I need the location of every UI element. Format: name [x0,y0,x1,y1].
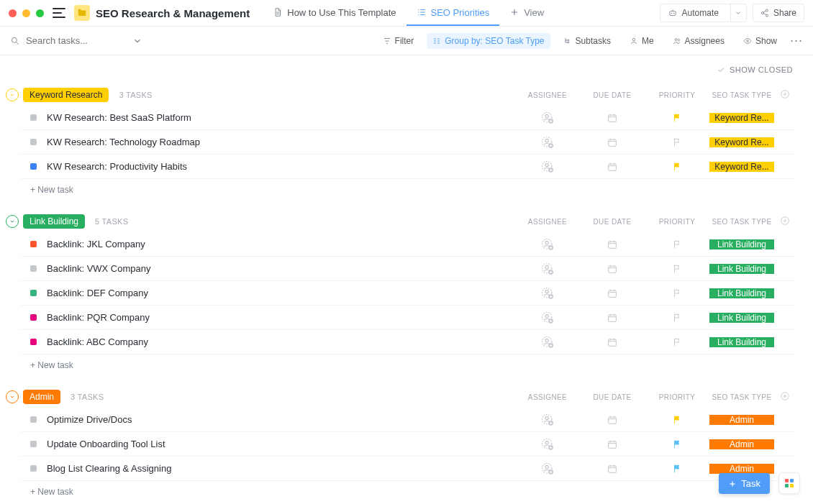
tab-how-to-use[interactable]: How to Use This Template [263,0,406,26]
task-type-cell[interactable]: Keyword Re... [709,113,774,123]
assignee-cell[interactable] [515,311,580,325]
add-view-button[interactable]: View [499,0,554,26]
priority-cell[interactable] [645,264,709,274]
task-name[interactable]: Backlink: ABC Company [47,336,515,347]
new-task-fab[interactable]: Task [719,473,770,494]
task-name[interactable]: Update Onboarding Tool List [47,439,515,449]
due-date-cell[interactable] [580,439,645,450]
show-button[interactable]: Show [737,33,783,49]
add-column-button[interactable] [774,216,796,227]
subtasks-button[interactable]: Subtasks [558,33,617,49]
status-square[interactable] [30,339,37,345]
priority-cell[interactable] [645,137,709,147]
assignee-cell[interactable] [515,111,580,125]
group-name-pill[interactable]: Admin [23,390,60,404]
task-name[interactable]: Blog List Clearing & Assigning [47,463,515,474]
task-row[interactable]: Backlink: JKL CompanyLink Building [20,232,796,257]
status-square[interactable] [30,241,37,247]
task-name[interactable]: Optimize Drive/Docs [47,414,515,425]
task-type-cell[interactable]: Admin [709,439,774,449]
due-date-cell[interactable] [580,263,645,275]
maximize-window-icon[interactable] [36,9,44,17]
task-name[interactable]: Backlink: DEF Company [47,288,515,298]
priority-cell[interactable] [645,162,709,172]
priority-cell[interactable] [645,464,709,474]
group-name-pill[interactable]: Link Building [23,214,85,229]
assignee-cell[interactable] [515,437,580,452]
due-date-cell[interactable] [580,312,645,324]
collapse-toggle[interactable] [6,215,19,228]
tab-seo-priorities[interactable]: SEO Priorities [407,0,500,26]
status-square[interactable] [30,441,37,447]
status-square[interactable] [30,163,37,170]
task-row[interactable]: Backlink: VWX CompanyLink Building [20,257,796,281]
task-row[interactable]: KW Research: Best SaaS PlatformKeyword R… [20,106,796,130]
task-row[interactable]: KW Research: Technology RoadmapKeyword R… [20,130,796,155]
status-square[interactable] [30,265,37,272]
assignee-cell[interactable] [515,335,580,349]
priority-cell[interactable] [645,288,709,298]
group-by-button[interactable]: Group by: SEO Task Type [427,33,550,49]
task-type-cell[interactable]: Link Building [709,239,774,249]
priority-cell[interactable] [645,113,709,123]
collapse-toggle[interactable] [6,88,19,101]
due-date-cell[interactable] [580,137,645,148]
due-date-cell[interactable] [580,463,645,475]
add-column-button[interactable] [774,391,796,403]
minimize-window-icon[interactable] [22,9,30,17]
due-date-cell[interactable] [580,288,645,299]
show-closed-toggle[interactable]: SHOW CLOSED [6,63,796,84]
due-date-cell[interactable] [580,112,645,124]
apps-button[interactable] [778,472,800,494]
due-date-cell[interactable] [580,414,645,426]
new-task-button[interactable]: + New task [30,354,796,370]
more-options-button[interactable]: ··· [790,33,803,48]
me-button[interactable]: Me [624,33,660,49]
status-square[interactable] [30,465,37,472]
task-type-cell[interactable]: Link Building [709,313,774,323]
task-type-cell[interactable]: Link Building [709,337,774,347]
status-square[interactable] [30,114,37,121]
task-type-cell[interactable]: Link Building [709,264,774,274]
task-name[interactable]: Backlink: VWX Company [47,263,515,274]
task-name[interactable]: Backlink: JKL Company [47,239,515,249]
task-row[interactable]: Backlink: PQR CompanyLink Building [20,306,796,330]
new-task-button[interactable]: + New task [30,481,796,497]
due-date-cell[interactable] [580,239,645,250]
task-type-cell[interactable]: Keyword Re... [709,162,774,172]
task-name[interactable]: Backlink: PQR Company [47,312,515,323]
filter-button[interactable]: Filter [377,33,420,49]
assignee-cell[interactable] [515,413,580,427]
due-date-cell[interactable] [580,336,645,348]
task-name[interactable]: KW Research: Productivity Habits [47,161,515,172]
assignee-cell[interactable] [515,462,580,476]
priority-cell[interactable] [645,313,709,323]
task-row[interactable]: Optimize Drive/DocsAdmin [20,408,796,432]
share-button[interactable]: Share [753,4,804,22]
assignee-cell[interactable] [515,237,580,252]
assignee-cell[interactable] [515,160,580,174]
priority-cell[interactable] [645,337,709,347]
task-type-cell[interactable]: Admin [709,415,774,425]
group-name-pill[interactable]: Keyword Research [23,88,109,102]
automate-dropdown[interactable] [730,4,746,22]
close-window-icon[interactable] [9,9,17,17]
task-name[interactable]: KW Research: Technology Roadmap [47,137,515,147]
status-square[interactable] [30,290,37,296]
collapse-toggle[interactable] [6,390,19,403]
assignee-cell[interactable] [515,135,580,150]
status-square[interactable] [30,139,37,145]
task-row[interactable]: Update Onboarding Tool ListAdmin [20,432,796,457]
assignee-cell[interactable] [515,286,580,301]
status-square[interactable] [30,314,37,321]
priority-cell[interactable] [645,239,709,249]
priority-cell[interactable] [645,415,709,425]
task-row[interactable]: Backlink: ABC CompanyLink Building [20,330,796,354]
automate-button[interactable]: Automate [660,4,747,22]
task-row[interactable]: KW Research: Productivity HabitsKeyword … [20,155,796,179]
priority-cell[interactable] [645,439,709,449]
task-name[interactable]: KW Research: Best SaaS Platform [47,112,515,123]
task-type-cell[interactable]: Link Building [709,288,774,298]
search-input[interactable] [26,35,127,46]
task-type-cell[interactable]: Keyword Re... [709,137,774,147]
